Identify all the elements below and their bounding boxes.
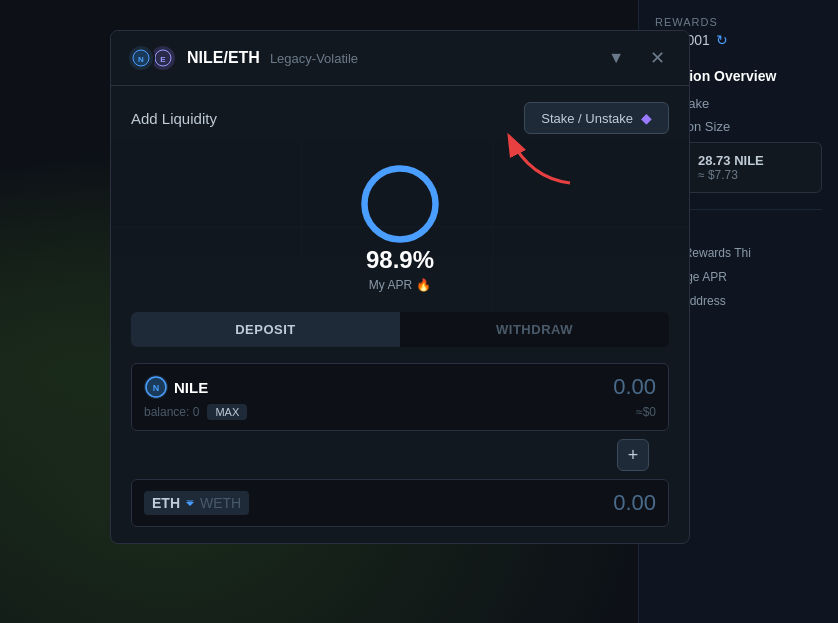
nile-usd-value: ≈$0 [636,405,656,419]
weth-tab-label[interactable]: WETH [200,495,241,511]
nile-icon: N [127,44,155,72]
eth-arrow-icon [184,497,196,509]
token-inputs: N NILE balance: 0 MAX ≈$0 + [111,363,689,543]
nile-max-button[interactable]: MAX [207,404,247,420]
nile-balance-label: balance: 0 [144,405,199,419]
nile-token-selector: N NILE [144,375,234,399]
refresh-icon[interactable]: ↻ [716,32,728,48]
main-modal: N E NILE/ETH Legacy-Volatile ▼ ✕ Add Liq… [110,30,690,544]
add-liquidity-title: Add Liquidity [131,110,217,127]
tab-row: DEPOSIT WITHDRAW [131,312,669,347]
close-button[interactable]: ✕ [642,43,673,73]
plus-row: + [131,439,669,471]
chart-area: 98.9% My APR 🔥 [111,142,689,312]
svg-text:E: E [160,55,166,64]
eth-amount-input[interactable] [257,490,656,516]
gauge-label: My APR 🔥 [369,278,431,292]
eth-input-row: ETH WETH [131,479,669,527]
pair-name: NILE/ETH [187,49,260,67]
deposit-tab[interactable]: DEPOSIT [131,312,400,347]
position-usd: ≈ $7.73 [698,168,764,182]
eth-tab-label[interactable]: ETH [152,495,180,511]
plus-button[interactable]: + [617,439,649,471]
svg-point-8 [364,168,435,239]
pair-type: Legacy-Volatile [270,51,358,66]
nile-token-name: NILE [174,379,208,396]
token-icons: N E [127,44,177,72]
modal-header: N E NILE/ETH Legacy-Volatile ▼ ✕ [111,31,689,86]
withdraw-tab[interactable]: WITHDRAW [400,312,669,347]
nile-amount-input[interactable] [242,374,656,400]
fire-icon: 🔥 [416,278,431,292]
liquidity-header: Add Liquidity Stake / Unstake ◆ [111,86,689,142]
gauge-container: 98.9% My APR 🔥 [335,162,465,292]
diamond-icon: ◆ [641,110,652,126]
eth-token-selector: ETH WETH [144,491,249,515]
gauge-value: 98.9% [366,246,434,274]
eth-weth-switcher[interactable]: ETH WETH [144,491,249,515]
nile-input-icon: N [144,375,168,399]
nile-input-row: N NILE balance: 0 MAX ≈$0 [131,363,669,431]
svg-text:N: N [138,55,144,64]
position-amount: 28.73 NILE [698,153,764,168]
dropdown-button[interactable]: ▼ [600,45,632,71]
rewards-label: REWARDS [655,16,822,28]
svg-text:N: N [153,383,160,393]
stake-unstake-button[interactable]: Stake / Unstake ◆ [524,102,669,134]
